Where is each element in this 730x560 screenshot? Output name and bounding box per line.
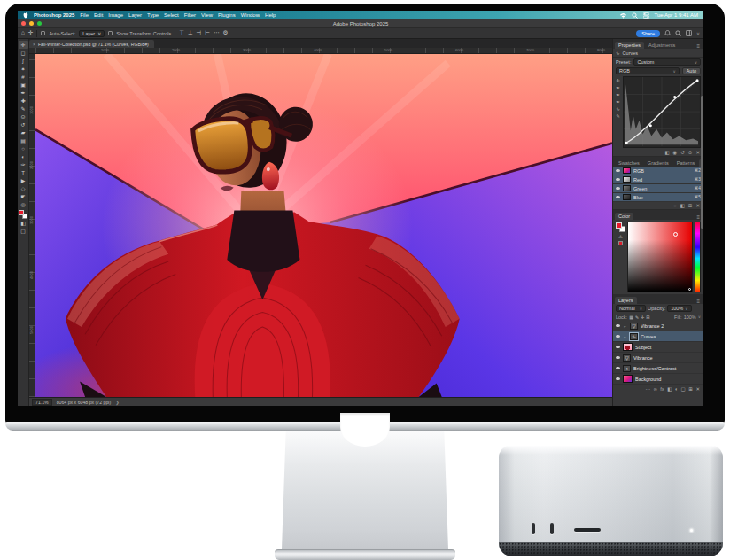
add-mask-icon[interactable]: ◧ [667,386,672,392]
home-icon[interactable]: ⌂ [21,30,25,36]
status-chevron-icon[interactable]: ❯ [115,400,119,405]
gamut-color-swatch[interactable] [618,241,623,245]
lock-all-icon[interactable]: ⊞ [646,315,649,320]
document-tab[interactable]: × Fall-Winter-Collection.psd @ 71.1% (Cu… [29,40,154,48]
zoom-level-field[interactable]: 71.1% [32,399,52,406]
tool-gradient[interactable]: ▤ [19,136,28,144]
show-transform-checkbox[interactable] [108,31,113,35]
tool-history-brush[interactable]: ↺ [19,121,28,128]
close-tab-icon[interactable]: × [33,42,35,47]
blend-mode-dropdown[interactable]: Normal ∨ [616,305,646,312]
foreground-color-swatch[interactable] [19,210,24,215]
tool-dodge[interactable]: ◐ [19,152,28,160]
align-left-icon[interactable]: ⊤ [179,30,184,36]
targeted-adjustment-icon[interactable]: ✛ [616,78,620,83]
tab-properties[interactable]: Properties [615,42,644,49]
workspace-switcher-icon[interactable] [686,30,692,36]
visibility-eye-icon[interactable] [616,367,620,370]
notifications-bell-icon[interactable] [664,30,671,36]
menu-item-image[interactable]: Image [108,12,123,18]
menu-item-filter[interactable]: Filter [184,12,196,18]
menubar-clock[interactable]: Tue Apr 1 9:41 AM [655,12,698,18]
tab-swatches[interactable]: Swatches [615,159,643,167]
auto-button[interactable]: Auto [682,67,701,74]
clip-to-layer-icon[interactable]: ◧ [664,150,669,155]
opacity-field[interactable]: 100% ∨ [667,305,691,312]
tool-path-selection[interactable]: ▶ [19,176,28,184]
tool-pen[interactable]: ✑ [19,160,28,168]
tool-brush[interactable]: ✎ [19,105,28,113]
curve-tool-icon[interactable]: ∿ [616,106,620,112]
tab-color[interactable]: Color [615,213,633,220]
color-picker-marker[interactable] [673,232,678,237]
black-point-eyedropper-icon[interactable]: ✒ [616,85,620,90]
tool-shape[interactable]: ◇ [19,184,28,192]
tool-hand[interactable]: ☛ [19,192,28,200]
delete-layer-icon[interactable]: ✕ [695,386,700,392]
menu-item-select[interactable]: Select [164,12,179,18]
preset-dropdown[interactable]: Custom ∨ [633,58,701,66]
document-canvas[interactable] [35,54,612,397]
move-tool-icon[interactable]: ✛ [28,30,33,36]
tool-healing[interactable]: ✚ [19,97,28,105]
quick-mask-icon[interactable]: ◧ [19,219,28,227]
visibility-eye-icon[interactable] [616,324,620,328]
visibility-eye-icon[interactable] [616,169,620,173]
tool-eyedropper[interactable]: ✒ [19,89,28,97]
tool-clone-stamp[interactable]: ⊙ [19,113,28,121]
foreground-color-swatch[interactable] [616,222,622,229]
new-channel-icon[interactable]: ⊞ [688,203,693,208]
load-selection-icon[interactable]: ◌ [673,203,676,208]
menu-item-app[interactable]: Photoshop 2025 [34,12,74,18]
layer-row-vibrance2[interactable]: ⌐ ▽ Vibrance 2 [613,321,703,331]
delete-adjustment-icon[interactable]: ✕ [695,150,700,155]
tool-zoom[interactable]: ◎ [19,200,28,208]
tool-eraser[interactable]: ▰ [19,128,28,136]
menu-item-file[interactable]: File [80,12,89,18]
gamut-warning-icon[interactable]: ⚠ [618,234,622,239]
previous-state-icon[interactable]: ⊙ [688,150,693,155]
auto-select-dropdown[interactable]: Layer ∨ [79,30,105,37]
more-options-icon[interactable]: ⋯ [214,30,220,36]
layer-row-subject[interactable]: Subject [613,342,703,353]
new-adjustment-icon[interactable]: ◐ [675,386,678,392]
share-button[interactable]: Share [636,30,660,37]
curves-editor[interactable] [623,76,701,148]
tool-move[interactable]: ✛ [19,41,28,49]
wifi-icon[interactable] [620,12,626,19]
pencil-tool-icon[interactable]: ✎ [616,113,620,119]
layer-row-curves[interactable]: ⌐ ∿ Curves [613,331,703,342]
new-group-icon[interactable]: ▢ [681,386,686,392]
tool-object-selection[interactable]: ✶ [19,65,28,73]
visibility-eye-icon[interactable] [616,356,620,360]
control-center-icon[interactable] [643,12,649,19]
color-swatches[interactable] [19,210,27,219]
tool-frame[interactable]: ▣ [19,81,28,89]
menu-item-window[interactable]: Window [241,12,260,18]
distribute-icon[interactable]: ⊢ [205,30,210,36]
screen-mode-icon[interactable]: ▢ [19,227,28,235]
layer-row-vibrance[interactable]: ▽ Vibrance [613,353,703,363]
gray-point-eyedropper-icon[interactable]: ✒ [616,92,620,97]
apple-menu-icon[interactable] [23,12,28,19]
visibility-eye-icon[interactable] [616,377,620,381]
gear-icon[interactable]: ⚙ [222,30,228,36]
chevron-down-icon[interactable]: ∨ [696,31,700,36]
search-icon[interactable] [675,30,681,36]
reset-icon[interactable]: ↺ [680,150,685,155]
tab-gradients[interactable]: Gradients [644,159,672,167]
more-icon[interactable]: ⋯ [646,386,651,392]
align-center-icon[interactable]: ⊥ [188,30,193,36]
save-selection-icon[interactable]: ◧ [680,203,685,208]
delete-channel-icon[interactable]: ✕ [695,203,700,208]
panel-scrollbar[interactable] [701,96,703,229]
toggle-visibility-icon[interactable]: ◉ [672,150,677,155]
spotlight-search-icon[interactable] [632,12,638,19]
visibility-eye-icon[interactable] [616,178,620,182]
tab-patterns[interactable]: Patterns [673,159,698,167]
white-point-eyedropper-icon[interactable]: ✒ [616,99,620,105]
menu-item-edit[interactable]: Edit [94,12,103,18]
channel-dropdown[interactable]: RGB ∨ [616,67,680,74]
lock-pixels-icon[interactable]: ✎ [635,315,639,320]
align-right-icon[interactable]: ⊣ [197,30,202,36]
